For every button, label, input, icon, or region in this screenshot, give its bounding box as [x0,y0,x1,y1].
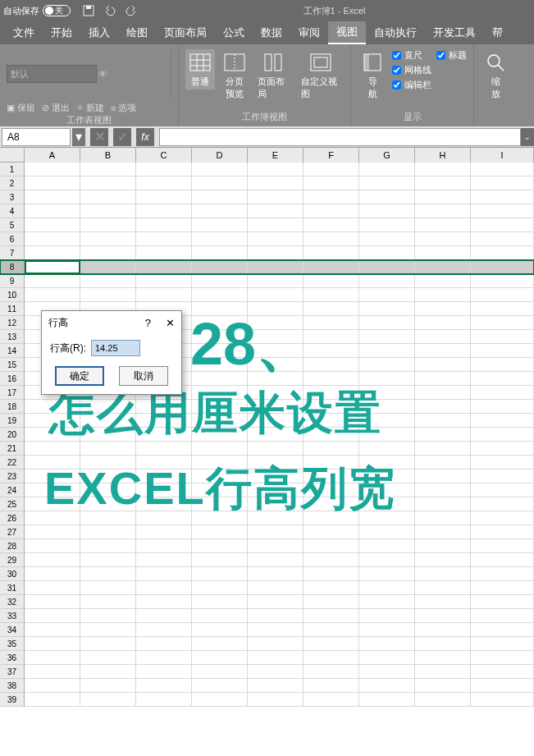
cell[interactable] [248,679,304,693]
cell[interactable] [304,190,359,204]
cell[interactable] [471,176,534,190]
cell[interactable] [248,553,304,567]
cell[interactable] [192,637,248,651]
cell[interactable] [248,260,304,274]
row[interactable]: 32 [0,595,534,609]
menu-pagelayout[interactable]: 页面布局 [156,22,215,44]
row-header[interactable]: 39 [0,693,25,707]
cell[interactable] [415,665,471,679]
cell[interactable] [136,665,192,679]
cell[interactable] [415,246,471,260]
cell[interactable] [415,581,471,595]
options-button[interactable]: ≡ 选项 [111,102,136,114]
row[interactable]: 10 [0,288,534,302]
cell[interactable] [192,274,248,288]
cell[interactable] [25,274,80,288]
cell[interactable] [136,218,192,232]
cell[interactable] [304,595,359,609]
cell[interactable] [304,651,359,665]
row-header[interactable]: 29 [0,553,25,567]
cell[interactable] [80,218,136,232]
cell[interactable] [25,595,80,609]
cell[interactable] [136,204,192,218]
cell[interactable] [304,567,359,581]
cell[interactable] [192,623,248,637]
cell[interactable] [304,260,359,274]
cell[interactable] [415,344,471,358]
cell[interactable] [304,623,359,637]
cell[interactable] [359,665,415,679]
cell[interactable] [415,470,471,483]
row-header[interactable]: 9 [0,274,25,288]
row-header[interactable]: 37 [0,665,25,679]
cell[interactable] [471,567,534,581]
menu-formulas[interactable]: 公式 [215,22,253,44]
cell[interactable] [415,679,471,693]
cell[interactable] [25,204,80,218]
cell[interactable] [80,163,136,176]
cell[interactable] [304,163,359,176]
cell[interactable] [25,693,80,707]
row-header[interactable]: 32 [0,595,25,609]
cell[interactable] [80,232,136,246]
keep-button[interactable]: ▣ 保留 [7,102,35,114]
row-height-input[interactable] [91,340,140,356]
row-header[interactable]: 5 [0,218,25,232]
cell[interactable] [415,330,471,344]
cell[interactable] [415,428,471,442]
cell[interactable] [415,483,471,497]
expand-formula-bar[interactable]: ⌄ [521,128,534,146]
ok-button[interactable]: 确定 [55,366,104,386]
cell[interactable] [80,623,136,637]
cell[interactable] [415,637,471,651]
cell[interactable] [136,288,192,302]
cancel-button[interactable]: 取消 [119,366,168,386]
new-button[interactable]: ✧ 新建 [76,102,104,114]
row-header[interactable]: 36 [0,651,25,665]
cell[interactable] [359,595,415,609]
row-header[interactable]: 13 [0,330,25,344]
cell[interactable] [80,581,136,595]
row[interactable]: 29 [0,553,534,567]
cell[interactable] [80,204,136,218]
cell[interactable] [471,288,534,302]
cell[interactable] [192,679,248,693]
cell[interactable] [415,302,471,316]
cell[interactable] [192,163,248,176]
cell[interactable] [25,665,80,679]
cell[interactable] [415,497,471,511]
row-header[interactable]: 12 [0,316,25,330]
cell[interactable] [359,190,415,204]
cell[interactable] [136,260,192,274]
cell[interactable] [415,190,471,204]
cell[interactable] [415,260,471,274]
cell[interactable] [304,274,359,288]
normal-view-button[interactable]: 普通 [185,49,215,89]
navigation-button[interactable]: 导 航 [358,49,387,102]
cell[interactable] [25,288,80,302]
col-header-g[interactable]: G [359,148,415,163]
cell[interactable] [192,539,248,553]
cell[interactable] [415,651,471,665]
cell[interactable] [415,693,471,707]
cell[interactable] [304,665,359,679]
cell[interactable] [471,679,534,693]
cell[interactable] [359,525,415,539]
cell[interactable] [248,525,304,539]
cell[interactable] [25,567,80,581]
row-header[interactable]: 1 [0,163,25,176]
cell[interactable] [192,553,248,567]
cell[interactable] [304,204,359,218]
cell[interactable] [304,581,359,595]
cell[interactable] [415,204,471,218]
cell[interactable] [471,581,534,595]
cell[interactable] [192,288,248,302]
cell[interactable] [192,665,248,679]
row[interactable]: 39 [0,693,534,707]
cell[interactable] [471,260,534,274]
menu-developer[interactable]: 开发工具 [425,22,484,44]
cell[interactable] [192,651,248,665]
cell[interactable] [25,218,80,232]
cell[interactable] [80,525,136,539]
cell[interactable] [471,693,534,707]
